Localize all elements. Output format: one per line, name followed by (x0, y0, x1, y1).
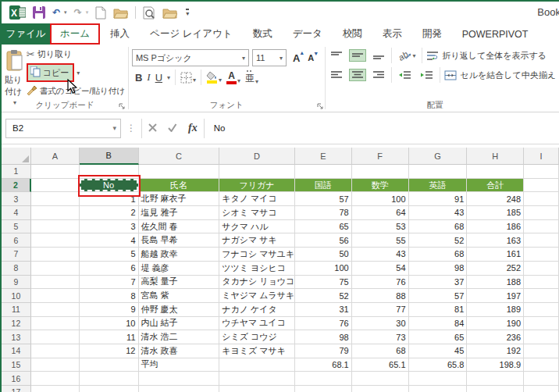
redo-icon[interactable]: ↷ (74, 8, 82, 17)
insert-function-button[interactable]: fx (188, 122, 198, 134)
align-middle-button[interactable] (349, 49, 366, 62)
underline-dropdown-icon[interactable]: ▾ (167, 74, 170, 81)
cell-F5[interactable]: 53 (352, 220, 409, 234)
cell-A8[interactable] (31, 262, 80, 276)
cell-H4[interactable]: 185 (467, 206, 524, 220)
merge-center-button[interactable]: セルを結合して中央揃え (444, 69, 556, 81)
column-header-B[interactable]: B (80, 148, 139, 165)
print-preview-icon[interactable] (143, 6, 155, 20)
cell-F7[interactable]: 43 (352, 248, 409, 262)
tab-formulas[interactable]: 数式 (243, 23, 283, 45)
align-bottom-button[interactable] (370, 49, 387, 62)
cell-D3[interactable]: キタノ マイコ (219, 192, 295, 206)
cell-I7[interactable] (524, 248, 559, 262)
cell-E13[interactable]: 98 (295, 330, 352, 344)
cell-G11[interactable]: 81 (409, 303, 468, 317)
tab-insert[interactable]: 挿入 (100, 23, 140, 45)
cell-I10[interactable] (524, 289, 559, 303)
cell-D5[interactable]: サクマ ハル (219, 220, 295, 234)
font-color-button[interactable]: A ▾ (226, 71, 240, 84)
cell-G2[interactable]: 英語 (409, 179, 468, 193)
redo-dropdown-icon[interactable]: ▾ (86, 9, 89, 16)
cell-F17[interactable] (352, 386, 409, 392)
fill-color-dropdown-icon[interactable]: ▾ (219, 77, 222, 84)
column-header-D[interactable]: D (219, 148, 295, 165)
cell-A17[interactable] (31, 386, 80, 392)
cell-I3[interactable] (524, 192, 559, 206)
cell-E17[interactable] (295, 386, 352, 392)
cell-C12[interactable]: 内山 結子 (139, 317, 220, 331)
cell-C17[interactable] (139, 386, 220, 392)
cell-B8[interactable]: 6 (80, 262, 139, 276)
cell-D1[interactable] (219, 165, 295, 179)
row-header-16[interactable]: 16 (2, 372, 31, 386)
tab-page-layout[interactable]: ページ レイアウト (140, 23, 243, 45)
font-color-dropdown-icon[interactable]: ▾ (237, 77, 240, 84)
cell-G14[interactable]: 45 (409, 344, 468, 358)
cell-A4[interactable] (31, 206, 80, 220)
column-header-A[interactable]: A (31, 148, 80, 165)
cell-D13[interactable]: シミズ コウジ (219, 330, 295, 344)
cell-A2[interactable] (31, 179, 80, 193)
cell-E7[interactable]: 50 (295, 248, 352, 262)
cell-F1[interactable] (352, 165, 409, 179)
cell-D6[interactable]: ナガシマ サキ (219, 233, 295, 248)
italic-button[interactable]: I (147, 71, 150, 84)
row-header-9[interactable]: 9 (2, 276, 31, 290)
phonetic-guide-button[interactable]: 亜 ▾ (245, 70, 258, 85)
cell-G8[interactable]: 98 (409, 262, 468, 276)
cell-E16[interactable] (295, 372, 352, 386)
cell-C1[interactable] (139, 165, 220, 179)
row-header-12[interactable]: 12 (2, 317, 31, 331)
cell-A11[interactable] (31, 303, 80, 317)
cell-A14[interactable] (31, 344, 80, 358)
row-header-5[interactable]: 5 (2, 220, 31, 234)
formula-bar-content[interactable]: No (205, 123, 226, 133)
align-center-button[interactable] (349, 69, 366, 81)
cell-F16[interactable] (352, 372, 409, 386)
cell-G16[interactable] (409, 372, 468, 386)
cell-I6[interactable] (524, 233, 559, 248)
open-file-icon[interactable] (113, 7, 128, 19)
cell-E9[interactable]: 75 (295, 276, 352, 290)
column-header-H[interactable]: H (467, 148, 524, 165)
cell-I1[interactable] (524, 165, 559, 179)
cell-B17[interactable] (80, 386, 139, 392)
cell-C9[interactable]: 高梨 量子 (139, 276, 220, 290)
cell-G10[interactable]: 57 (409, 289, 468, 303)
column-header-E[interactable]: E (295, 148, 352, 165)
bold-button[interactable]: B (135, 72, 142, 84)
row-header-8[interactable]: 8 (2, 262, 31, 276)
cell-G9[interactable]: 37 (409, 276, 468, 290)
name-box[interactable]: B2 ▾ (5, 119, 121, 138)
cell-E5[interactable]: 65 (295, 220, 352, 234)
tab-developer[interactable]: 開発 (412, 23, 452, 45)
cell-C16[interactable] (139, 372, 220, 386)
tab-powerpivot[interactable]: POWERPIVOT (452, 23, 539, 45)
align-top-button[interactable] (328, 49, 345, 62)
row-header-10[interactable]: 10 (2, 289, 31, 303)
column-header-C[interactable]: C (139, 148, 220, 165)
cell-A3[interactable] (31, 192, 80, 206)
cell-H11[interactable]: 189 (467, 303, 524, 317)
cell-I14[interactable] (524, 344, 559, 358)
cell-C14[interactable]: 清水 政喜 (139, 344, 220, 358)
cell-B14[interactable]: 12 (80, 344, 139, 358)
cell-H9[interactable]: 188 (467, 276, 524, 290)
row-header-3[interactable]: 3 (2, 192, 31, 206)
increase-indent-button[interactable] (418, 69, 436, 81)
cancel-icon[interactable] (148, 121, 157, 135)
cell-B3[interactable]: 1 (80, 192, 139, 206)
cell-D7[interactable]: フナコシ マサユキ (219, 248, 295, 262)
increase-font-size-button[interactable]: A▲ (293, 52, 300, 64)
cell-D8[interactable]: ツツミ ヨシヒコ (219, 262, 295, 276)
cell-D11[interactable]: ナカノ ケイタ (219, 303, 295, 317)
cell-I4[interactable] (524, 206, 559, 220)
cell-E14[interactable]: 79 (295, 344, 352, 358)
cell-B6[interactable]: 4 (80, 233, 139, 248)
cell-B7[interactable]: 5 (80, 248, 139, 262)
cell-H3[interactable]: 248 (467, 192, 524, 206)
cell-E4[interactable]: 78 (295, 206, 352, 220)
cell-C3[interactable]: 北野 麻衣子 (139, 192, 220, 206)
font-size-combo[interactable]: 11 ▾ (252, 49, 287, 66)
